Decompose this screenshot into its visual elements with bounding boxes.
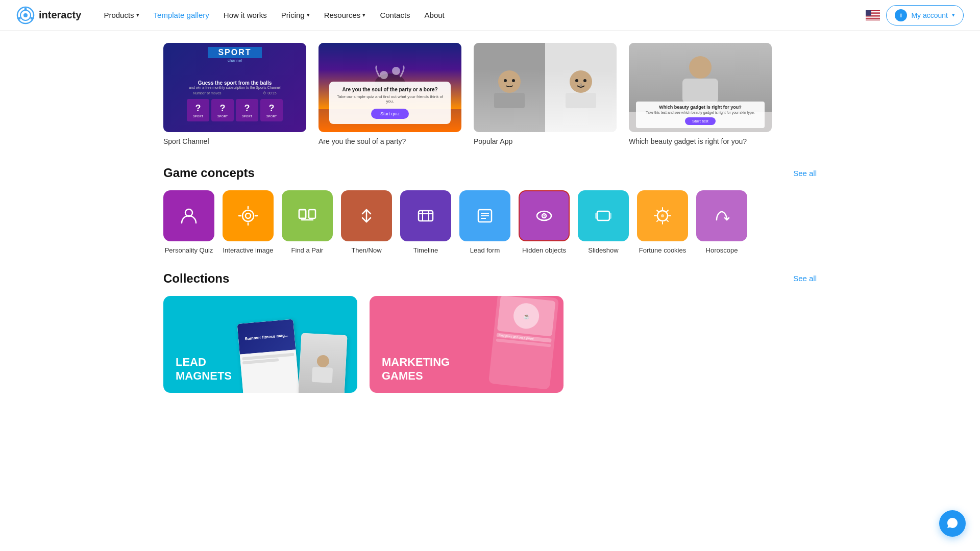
flag-icon[interactable] <box>866 10 880 20</box>
svg-point-63 <box>661 214 664 217</box>
svg-rect-37 <box>299 210 306 218</box>
svg-point-15 <box>380 71 388 79</box>
concept-horoscope-label: Horoscope <box>706 246 738 255</box>
collection-lead-magnets[interactable]: LEADMAGNETS Summer fitness mag... <box>163 296 357 393</box>
logo[interactable]: interacty <box>16 6 81 24</box>
svg-point-5 <box>18 17 21 19</box>
concept-fortune-cookies[interactable]: Fortune cookies <box>637 190 688 255</box>
chevron-down-icon: ▾ <box>952 12 955 18</box>
nav-about[interactable]: About <box>419 8 451 22</box>
party-start-btn[interactable]: Start quiz <box>371 109 409 119</box>
concept-slideshow[interactable]: Slideshow <box>578 190 629 255</box>
template-card-sport[interactable]: SPORT channel Guess the sport from the b… <box>163 43 306 145</box>
collections-row: LEADMAGNETS Summer fitness mag... <box>163 296 817 393</box>
svg-rect-35 <box>299 210 306 218</box>
svg-line-58 <box>667 220 668 221</box>
svg-point-23 <box>575 79 578 82</box>
nav-links: Products ▾ Template gallery How it works… <box>97 8 866 22</box>
template-card-popular-img <box>474 43 617 132</box>
template-preview-row: SPORT channel Guess the sport from the b… <box>163 31 817 154</box>
template-card-sport-img: SPORT channel Guess the sport from the b… <box>163 43 306 132</box>
concept-then-now[interactable]: Then/Now <box>341 190 392 255</box>
concept-find-pair-icon <box>282 190 333 241</box>
concept-hidden-objects[interactable]: Hidden objects <box>519 190 570 255</box>
svg-point-3 <box>24 8 27 10</box>
concept-personality-label: Personality Quiz <box>165 246 213 255</box>
template-card-beauty-img: Which beauty gadget is right for you? Ta… <box>629 43 772 132</box>
game-concepts-see-all[interactable]: See all <box>793 169 817 178</box>
sport-moves-label: Number of moves <box>193 91 221 95</box>
party-sub: Take our simple quiz and find out what y… <box>336 94 444 104</box>
marketing-deco: ☕ Find pairs and get a prize! <box>446 296 558 393</box>
chevron-down-icon: ▾ <box>362 12 365 18</box>
concept-interactive-image[interactable]: Interactive image <box>223 190 274 255</box>
beauty-title: Which beauty gadget is right for you? <box>641 105 760 110</box>
concept-slideshow-icon <box>578 190 629 241</box>
collections-header: Collections See all <box>163 271 817 286</box>
collection-marketing-games[interactable]: MARKETINGGAMES ☕ Find pairs and get a pr… <box>370 296 564 393</box>
svg-point-19 <box>504 79 507 82</box>
svg-point-64 <box>316 355 329 367</box>
collections-see-all[interactable]: See all <box>793 274 817 283</box>
account-icon: i <box>895 9 907 21</box>
beauty-person <box>677 52 723 103</box>
svg-rect-40 <box>419 211 433 221</box>
concept-personality-quiz[interactable]: Personality Quiz <box>163 190 214 255</box>
concept-lead-form[interactable]: Lead form <box>459 190 510 255</box>
collection-marketing-title: MARKETINGGAMES <box>382 356 450 383</box>
svg-point-17 <box>498 70 521 93</box>
nav-contacts[interactable]: Contacts <box>374 8 416 22</box>
nav-pricing[interactable]: Pricing ▾ <box>275 8 316 22</box>
svg-point-50 <box>544 215 545 217</box>
magazine-mockup-2 <box>298 333 348 393</box>
concept-timeline-icon <box>400 190 451 241</box>
svg-rect-51 <box>597 211 609 220</box>
sport-question: Guess the sport from the balls <box>189 80 280 86</box>
concept-hidden-label: Hidden objects <box>522 246 566 255</box>
face-right <box>566 67 596 108</box>
svg-point-26 <box>689 56 712 79</box>
concept-horoscope[interactable]: Horoscope <box>696 190 747 255</box>
svg-rect-11 <box>866 17 880 18</box>
svg-rect-10 <box>866 15 880 16</box>
template-card-party-label: Are you the soul of a party? <box>318 137 461 145</box>
svg-point-24 <box>583 79 586 82</box>
svg-rect-13 <box>866 10 871 16</box>
concept-lead-form-label: Lead form <box>470 246 500 255</box>
my-account-label: My account <box>911 11 948 19</box>
concept-find-pair[interactable]: Find a Pair <box>282 190 333 255</box>
svg-line-62 <box>657 210 658 212</box>
svg-rect-65 <box>312 367 333 383</box>
game-concepts-header: Game concepts See all <box>163 166 817 180</box>
main-content: SPORT channel Guess the sport from the b… <box>122 31 857 393</box>
face-left <box>494 67 525 108</box>
sport-card-bg: SPORT channel Guess the sport from the b… <box>163 43 306 132</box>
template-card-party[interactable]: Are you the soul of the party or a bore?… <box>318 43 461 145</box>
nav-how-it-works[interactable]: How it works <box>217 8 273 22</box>
svg-point-2 <box>23 13 28 17</box>
beauty-sub: Take this test and see which beauty gadg… <box>641 111 760 114</box>
logo-icon <box>16 6 35 24</box>
sport-time: ⏱ 00:15 <box>263 91 276 95</box>
template-card-sport-label: Sport Channel <box>163 137 306 145</box>
popular-card-bg <box>474 43 617 132</box>
party-question: Are you the soul of the party or a bore? <box>336 87 444 92</box>
concept-find-pair-label: Find a Pair <box>291 246 324 255</box>
svg-rect-18 <box>494 93 525 108</box>
nav-resources[interactable]: Resources ▾ <box>318 8 372 22</box>
chevron-down-icon: ▾ <box>136 12 139 18</box>
nav-right: i My account ▾ <box>866 5 964 26</box>
svg-rect-27 <box>682 79 718 103</box>
template-card-popular[interactable]: Popular App <box>474 43 617 145</box>
svg-rect-12 <box>866 18 880 19</box>
beauty-start-btn[interactable]: Start test <box>685 117 716 125</box>
nav-template-gallery[interactable]: Template gallery <box>148 8 215 22</box>
my-account-button[interactable]: i My account ▾ <box>886 5 964 26</box>
concept-timeline[interactable]: Timeline <box>400 190 451 255</box>
collections-title: Collections <box>163 271 229 286</box>
magazine-mockup-1: Summer fitness mag... <box>237 319 300 393</box>
template-card-beauty[interactable]: Which beauty gadget is right for you? Ta… <box>629 43 772 145</box>
nav-products[interactable]: Products ▾ <box>97 8 145 22</box>
popular-left <box>474 43 545 132</box>
svg-point-21 <box>570 70 592 93</box>
